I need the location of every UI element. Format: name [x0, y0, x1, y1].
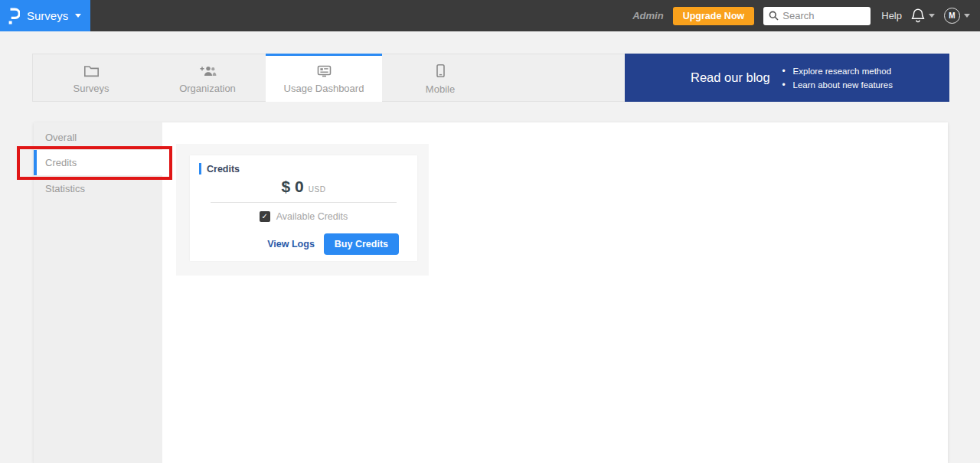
sidebar-item-statistics[interactable]: Statistics	[34, 175, 162, 201]
checked-checkbox-icon[interactable]: ✓	[260, 211, 270, 222]
blog-banner-title: Read our blog	[691, 70, 770, 85]
credits-card-title: Credits	[207, 164, 240, 174]
tab-label: Organization	[179, 83, 236, 94]
search-icon	[769, 11, 779, 21]
topbar-right: Admin Upgrade Now Help M	[632, 7, 980, 25]
sidebar: Overall Credits Statistics	[34, 122, 162, 463]
credits-card-container: Credits $ 0 USD ✓ Available Credits View…	[176, 144, 429, 276]
accent-bar	[199, 163, 201, 174]
tabbar: Surveys Organization Usage Dashboard	[32, 54, 949, 102]
chevron-down-icon	[75, 14, 81, 18]
sidebar-item-label: Statistics	[45, 183, 85, 194]
topbar: Surveys Admin Upgrade Now Help	[0, 0, 980, 31]
search-input[interactable]	[782, 10, 865, 21]
blog-bullet: Learn about new features	[782, 78, 893, 92]
upgrade-now-button[interactable]: Upgrade Now	[673, 7, 755, 25]
tab-surveys[interactable]: Surveys	[33, 54, 149, 102]
bell-icon	[911, 8, 925, 24]
people-add-icon	[198, 64, 217, 77]
dashboard-icon	[316, 64, 332, 77]
help-link[interactable]: Help	[881, 10, 902, 21]
product-switcher[interactable]: Surveys	[0, 0, 90, 31]
prolific-p-icon	[7, 7, 20, 25]
sidebar-item-credits[interactable]: Credits	[34, 150, 162, 175]
divider	[211, 202, 397, 203]
tab-usage-dashboard[interactable]: Usage Dashboard	[266, 54, 382, 102]
main-area: Credits $ 0 USD ✓ Available Credits View…	[162, 122, 948, 463]
available-credits-label: Available Credits	[276, 211, 348, 222]
credits-amount-row: $ 0 USD	[190, 178, 417, 196]
credits-actions-row: View Logs Buy Credits	[190, 233, 417, 255]
read-blog-banner[interactable]: Read our blog Explore research method Le…	[625, 54, 949, 102]
tab-label: Usage Dashboard	[284, 83, 364, 94]
tab-label: Mobile	[426, 83, 455, 95]
notifications-menu[interactable]	[911, 8, 935, 24]
blog-bullet: Explore research method	[782, 64, 893, 78]
tab-organization[interactable]: Organization	[149, 54, 266, 102]
sidebar-item-label: Overall	[45, 132, 77, 143]
credits-amount: $ 0	[282, 178, 304, 196]
avatar: M	[944, 8, 960, 24]
credits-card-header: Credits	[190, 155, 417, 174]
tab-label: Surveys	[74, 83, 109, 94]
credits-card: Credits $ 0 USD ✓ Available Credits View…	[190, 155, 417, 261]
available-credits-row: ✓ Available Credits	[190, 211, 417, 222]
product-name: Surveys	[27, 9, 68, 22]
content-panel: Overall Credits Statistics Credits $ 0 U…	[34, 122, 948, 463]
sidebar-item-overall[interactable]: Overall	[34, 124, 162, 150]
chevron-down-icon	[964, 14, 970, 18]
search-box	[763, 7, 871, 25]
credits-currency: USD	[309, 185, 326, 194]
admin-label: Admin	[632, 10, 663, 21]
chevron-down-icon	[929, 14, 935, 18]
buy-credits-button[interactable]: Buy Credits	[324, 233, 399, 255]
tab-mobile[interactable]: Mobile	[382, 54, 498, 102]
folder-icon	[83, 64, 100, 77]
mobile-icon	[436, 64, 446, 78]
blog-banner-bullets: Explore research method Learn about new …	[782, 64, 893, 92]
sidebar-item-label: Credits	[45, 157, 77, 168]
account-menu[interactable]: M	[944, 8, 970, 24]
view-logs-link[interactable]: View Logs	[267, 239, 315, 249]
